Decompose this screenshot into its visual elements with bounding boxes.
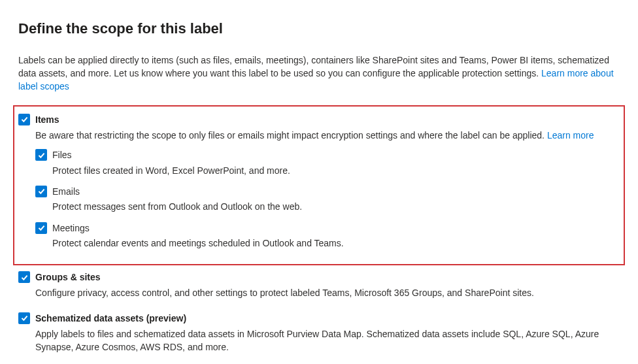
sub-option-files-desc: Protect files created in Word, Excel Pow… bbox=[52, 164, 614, 177]
check-icon bbox=[37, 223, 46, 232]
checkbox-emails[interactable] bbox=[35, 186, 47, 197]
intro-text: Labels can be applied directly to items … bbox=[18, 55, 609, 78]
sub-option-meetings-label: Meetings bbox=[52, 222, 614, 235]
option-schematized: Schematized data assets (preview) Apply … bbox=[18, 312, 620, 361]
intro-paragraph: Labels can be applied directly to items … bbox=[18, 54, 620, 93]
sub-option-files-label: Files bbox=[52, 148, 614, 161]
check-icon bbox=[37, 187, 46, 195]
items-sub-options: Files Protect files created in Word, Exc… bbox=[35, 148, 614, 257]
sub-option-emails-label: Emails bbox=[52, 185, 614, 198]
options-group: Items Be aware that restricting the scop… bbox=[18, 105, 620, 361]
checkbox-meetings[interactable] bbox=[35, 222, 47, 234]
sub-option-meetings: Meetings Protect calendar events and mee… bbox=[35, 222, 614, 258]
checkbox-groups[interactable] bbox=[18, 271, 30, 283]
check-icon bbox=[20, 115, 29, 124]
sub-option-emails: Emails Protect messages sent from Outloo… bbox=[35, 185, 614, 222]
sub-option-meetings-desc: Protect calendar events and meetings sch… bbox=[52, 237, 614, 250]
option-groups-desc: Configure privacy, access control, and o… bbox=[35, 286, 620, 299]
option-schematized-label: Schematized data assets (preview) bbox=[35, 312, 620, 325]
option-items-label: Items bbox=[35, 113, 614, 126]
checkbox-schematized[interactable] bbox=[18, 312, 30, 324]
option-groups-label: Groups & sites bbox=[35, 271, 620, 284]
option-schematized-desc: Apply labels to files and schematized da… bbox=[35, 327, 620, 354]
check-icon bbox=[37, 151, 46, 159]
sub-option-emails-desc: Protect messages sent from Outlook and O… bbox=[52, 200, 614, 213]
items-highlight-box: Items Be aware that restricting the scop… bbox=[13, 105, 625, 265]
option-items-desc-text: Be aware that restricting the scope to o… bbox=[35, 130, 547, 141]
option-items-desc: Be aware that restricting the scope to o… bbox=[35, 129, 614, 142]
page-title: Define the scope for this label bbox=[18, 18, 620, 39]
option-items: Items Be aware that restricting the scop… bbox=[18, 113, 614, 257]
check-icon bbox=[20, 314, 29, 322]
checkbox-items[interactable] bbox=[18, 114, 30, 125]
check-icon bbox=[20, 273, 29, 282]
learn-more-items-link[interactable]: Learn more bbox=[547, 130, 594, 141]
option-groups: Groups & sites Configure privacy, access… bbox=[18, 271, 620, 306]
sub-option-files: Files Protect files created in Word, Exc… bbox=[35, 148, 614, 185]
checkbox-files[interactable] bbox=[35, 149, 47, 161]
